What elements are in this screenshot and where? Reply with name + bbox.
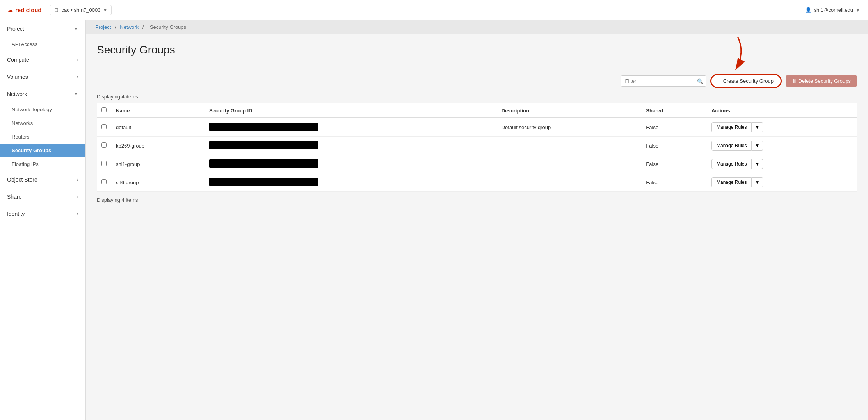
sidebar-network-section[interactable]: Network ▼ bbox=[0, 85, 85, 103]
row-checkbox-2[interactable] bbox=[101, 161, 107, 166]
sidebar-identity-label: Identity bbox=[7, 211, 25, 217]
volumes-chevron-icon: › bbox=[77, 74, 78, 80]
breadcrumb: Project / Network / Security Groups bbox=[86, 20, 868, 34]
sidebar-volumes-label: Volumes bbox=[7, 74, 28, 80]
user-chevron-icon: ▼ bbox=[856, 7, 860, 13]
sidebar-share-label: Share bbox=[7, 194, 21, 200]
sidebar-object-store-section[interactable]: Object Store › bbox=[0, 171, 85, 188]
row-checkbox-cell[interactable] bbox=[97, 118, 111, 137]
row-name: default bbox=[111, 118, 205, 137]
th-id: Security Group ID bbox=[205, 103, 497, 118]
table-header-row: Name Security Group ID Description Share… bbox=[97, 103, 857, 118]
row-checkbox-cell[interactable] bbox=[97, 137, 111, 155]
breadcrumb-sep1: / bbox=[115, 24, 117, 30]
sidebar-identity-section[interactable]: Identity › bbox=[0, 205, 85, 222]
sidebar-item-security-groups[interactable]: Security Groups bbox=[0, 144, 85, 157]
identity-chevron-icon: › bbox=[77, 211, 78, 217]
filter-input[interactable] bbox=[621, 75, 706, 87]
row-id bbox=[205, 118, 497, 137]
share-chevron-icon: › bbox=[77, 194, 78, 199]
row-shared: False bbox=[641, 155, 707, 173]
project-chevron-icon: ▼ bbox=[74, 26, 78, 32]
row-checkbox-cell[interactable] bbox=[97, 155, 111, 173]
network-chevron-icon: ▼ bbox=[74, 91, 78, 97]
row-actions: Manage Rules ▼ bbox=[707, 137, 857, 155]
select-all-checkbox[interactable] bbox=[101, 107, 107, 112]
sidebar-item-networks[interactable]: Networks bbox=[0, 116, 85, 130]
table-row: shl1-group False Manage Rules ▼ bbox=[97, 155, 857, 173]
user-menu[interactable]: 👤 shl1@cornell.edu ▼ bbox=[805, 7, 860, 13]
sidebar-item-routers[interactable]: Routers bbox=[0, 130, 85, 144]
table-row: default Default security group False Man… bbox=[97, 118, 857, 137]
row-id bbox=[205, 137, 497, 155]
manage-rules-dropdown-0[interactable]: ▼ bbox=[752, 122, 763, 132]
divider bbox=[97, 66, 857, 66]
layout: Project ▼ API Access Compute › Volumes ›… bbox=[0, 20, 868, 420]
sidebar-project-section[interactable]: Project ▼ bbox=[0, 20, 85, 37]
sidebar-network-label: Network bbox=[7, 91, 27, 97]
sidebar-project-label: Project bbox=[7, 26, 24, 32]
manage-rules-button-1[interactable]: Manage Rules bbox=[711, 141, 752, 151]
sidebar-compute-section[interactable]: Compute › bbox=[0, 51, 85, 68]
logo-text: red cloud bbox=[15, 7, 42, 13]
sidebar-volumes-section[interactable]: Volumes › bbox=[0, 68, 85, 85]
sidebar: Project ▼ API Access Compute › Volumes ›… bbox=[0, 20, 86, 420]
manage-rules-button-2[interactable]: Manage Rules bbox=[711, 159, 752, 169]
project-selector[interactable]: 🖥 cac • shm7_0003 ▼ bbox=[50, 5, 112, 15]
th-name: Name bbox=[111, 103, 205, 118]
manage-rules-button-0[interactable]: Manage Rules bbox=[711, 122, 752, 132]
th-description: Description bbox=[497, 103, 642, 118]
topbar: ☁ red cloud 🖥 cac • shm7_0003 ▼ 👤 shl1@c… bbox=[0, 0, 868, 20]
project-label: cac • shm7_0003 bbox=[62, 7, 101, 13]
toolbar: 🔍 + Create Security Group bbox=[97, 74, 857, 88]
sidebar-item-api-access[interactable]: API Access bbox=[0, 37, 85, 51]
create-button-wrap: + Create Security Group bbox=[710, 74, 782, 88]
compute-chevron-icon: › bbox=[77, 57, 78, 62]
breadcrumb-project[interactable]: Project bbox=[95, 24, 111, 30]
row-id bbox=[205, 155, 497, 173]
row-checkbox-0[interactable] bbox=[101, 124, 107, 129]
manage-rules-button-3[interactable]: Manage Rules bbox=[711, 177, 752, 187]
user-icon: 👤 bbox=[805, 7, 811, 13]
sidebar-compute-label: Compute bbox=[7, 57, 29, 63]
manage-rules-dropdown-2[interactable]: ▼ bbox=[752, 159, 763, 169]
row-id bbox=[205, 173, 497, 192]
manage-rules-dropdown-3[interactable]: ▼ bbox=[752, 177, 763, 187]
row-checkbox-1[interactable] bbox=[101, 142, 107, 148]
cloud-icon: ☁ bbox=[8, 7, 13, 13]
breadcrumb-sep2: / bbox=[142, 24, 145, 30]
row-description bbox=[497, 173, 642, 192]
row-checkbox-3[interactable] bbox=[101, 179, 107, 184]
items-count-bottom: Displaying 4 items bbox=[97, 197, 857, 203]
row-checkbox-cell[interactable] bbox=[97, 173, 111, 192]
row-actions: Manage Rules ▼ bbox=[707, 118, 857, 137]
row-description bbox=[497, 155, 642, 173]
manage-rules-dropdown-1[interactable]: ▼ bbox=[752, 141, 763, 151]
th-actions: Actions bbox=[707, 103, 857, 118]
items-count-top: Displaying 4 items bbox=[97, 94, 857, 100]
row-description bbox=[497, 137, 642, 155]
sidebar-item-network-topology[interactable]: Network Topology bbox=[0, 103, 85, 116]
th-shared: Shared bbox=[641, 103, 707, 118]
delete-security-groups-button[interactable]: 🗑 Delete Security Groups bbox=[786, 75, 857, 87]
row-shared: False bbox=[641, 173, 707, 192]
row-name: shl1-group bbox=[111, 155, 205, 173]
table-row: kb269-group False Manage Rules ▼ bbox=[97, 137, 857, 155]
search-icon: 🔍 bbox=[697, 78, 703, 84]
breadcrumb-current: Security Groups bbox=[150, 24, 186, 30]
page-title: Security Groups bbox=[97, 44, 857, 56]
content-area: Security Groups 🔍 + Create Security Grou… bbox=[86, 34, 868, 212]
main-content: Project / Network / Security Groups Secu… bbox=[86, 20, 868, 420]
breadcrumb-network[interactable]: Network bbox=[120, 24, 139, 30]
sidebar-share-section[interactable]: Share › bbox=[0, 188, 85, 205]
chevron-down-icon: ▼ bbox=[103, 7, 107, 13]
monitor-icon: 🖥 bbox=[54, 7, 59, 13]
th-select-all[interactable] bbox=[97, 103, 111, 118]
user-label: shl1@cornell.edu bbox=[814, 7, 853, 13]
row-name: kb269-group bbox=[111, 137, 205, 155]
object-store-chevron-icon: › bbox=[77, 177, 78, 182]
sidebar-object-store-label: Object Store bbox=[7, 176, 37, 183]
create-security-group-button[interactable]: + Create Security Group bbox=[710, 74, 782, 88]
sidebar-item-floating-ips[interactable]: Floating IPs bbox=[0, 157, 85, 171]
row-actions: Manage Rules ▼ bbox=[707, 155, 857, 173]
